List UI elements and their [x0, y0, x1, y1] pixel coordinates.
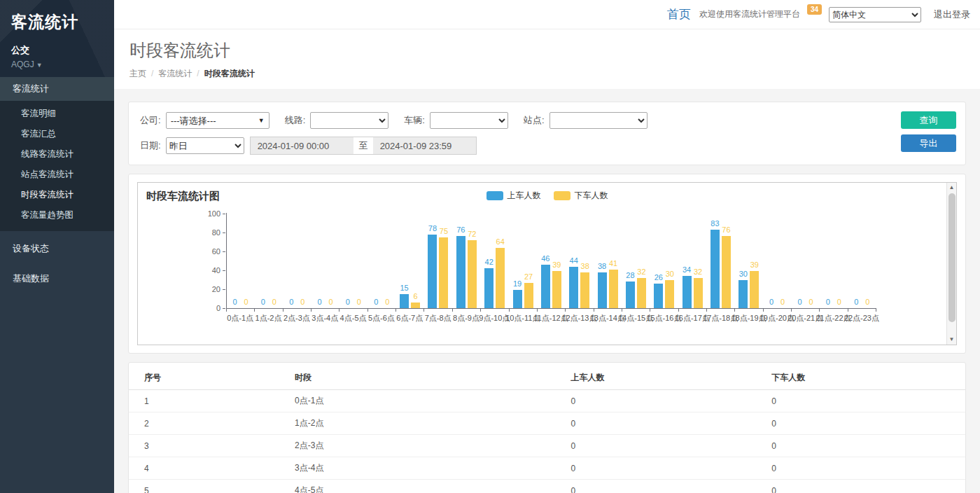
sidebar: 客流统计 公交 AQGJ▼ 客流统计 客流明细客流汇总线路客流统计站点客流统计时… — [0, 0, 114, 493]
y-axis-tick-label: 0 — [200, 304, 220, 312]
sidebar-item-section[interactable]: 基础数据 — [0, 265, 114, 291]
breadcrumb-home[interactable]: 主页 — [130, 69, 146, 78]
sidebar-item-section[interactable]: 设备状态 — [0, 235, 114, 261]
x-axis-tick — [311, 309, 312, 312]
x-axis-tick — [594, 309, 594, 312]
bar-alighting — [609, 270, 618, 308]
date-start-input[interactable] — [250, 137, 354, 155]
query-button[interactable]: 查询 — [901, 111, 956, 129]
table-cell: 4点-5点 — [288, 480, 564, 493]
table-cell: 0 — [564, 480, 764, 493]
y-axis-tick — [223, 214, 225, 214]
y-axis-tick-label: 20 — [200, 285, 220, 293]
x-axis-category-label: 5点-6点 — [368, 313, 395, 324]
caret-down-icon: ▼ — [36, 62, 43, 69]
sidebar-item-passenger-stats[interactable]: 客流统计 — [0, 77, 114, 101]
sidebar-item-sub[interactable]: 客流明细 — [0, 104, 114, 124]
bar-value-alighting: 72 — [461, 230, 482, 238]
chart-scrollbar[interactable]: ▲ ▼ — [946, 183, 956, 345]
x-axis-tick — [565, 309, 566, 312]
bar-value-alighting: 39 — [744, 261, 765, 269]
bar-value-boarding: 30 — [733, 270, 754, 278]
line-select[interactable] — [310, 112, 388, 129]
x-axis-category-label: 2点-3点 — [284, 313, 310, 324]
bar-alighting — [439, 237, 448, 308]
x-axis-category-label: 3点-4点 — [312, 313, 338, 324]
logout-link[interactable]: 退出登录 — [934, 8, 970, 21]
vehicle-label: 车辆: — [404, 114, 425, 127]
bar-boarding — [428, 235, 437, 308]
table-cell: 0 — [764, 435, 965, 457]
date-label: 日期: — [140, 139, 161, 152]
y-axis-tick — [223, 308, 225, 309]
breadcrumb-parent[interactable]: 客流统计 — [158, 69, 192, 78]
table-cell: 0点-1点 — [288, 390, 564, 412]
company-label: 公司: — [140, 114, 161, 127]
table-header-cell: 序号 — [129, 366, 288, 390]
table-row: 43点-4点00 — [129, 457, 965, 480]
y-axis-tick — [223, 232, 225, 233]
topbar: 首页 欢迎使用客流统计管理平台 34 简体中文 退出登录 — [114, 0, 980, 29]
sidebar-item-sub[interactable]: 线路客流统计 — [0, 144, 114, 165]
export-button[interactable]: 导出 — [901, 134, 956, 152]
y-axis-tick-label: 40 — [200, 266, 220, 275]
scroll-down-icon[interactable]: ▼ — [949, 335, 955, 345]
table-panel: 序号时段上车人数下车人数 10点-1点0021点-2点0032点-3点0043点… — [128, 362, 966, 493]
x-axis-tick — [734, 309, 735, 312]
x-axis-category-label: 6点-7点 — [396, 313, 423, 324]
org-name: 公交 — [11, 44, 103, 57]
bar-boarding — [626, 282, 635, 308]
date-end-input[interactable] — [373, 137, 477, 155]
x-axis-tick — [678, 309, 679, 312]
chart-panel: 时段车流统计图 上车人数下车人数 020406080100000点-1点001点… — [128, 174, 966, 354]
x-axis-tick — [622, 309, 622, 312]
scroll-up-icon[interactable]: ▲ — [949, 183, 955, 193]
sidebar-item-sub[interactable]: 客流量趋势图 — [0, 205, 114, 225]
sidebar-item-sub[interactable]: 客流汇总 — [0, 124, 114, 144]
x-axis-category-label: 8点-9点 — [453, 313, 479, 324]
y-axis-tick-label: 60 — [200, 247, 220, 256]
language-select[interactable]: 简体中文 — [829, 7, 921, 22]
bar-value-boarding: 19 — [507, 279, 528, 288]
legend-swatch-icon — [554, 191, 570, 200]
breadcrumb: 主页/客流统计/时段客流统计 — [130, 68, 965, 80]
y-axis-tick-label: 100 — [200, 209, 220, 218]
legend-item[interactable]: 下车人数 — [554, 190, 608, 202]
x-axis-tick — [650, 309, 650, 312]
filter-panel: 公司: ---请选择--- ▼ 线路: 车辆: 站点: — [128, 102, 966, 165]
date-preset-select[interactable]: 昨日 — [166, 137, 244, 154]
bar-boarding — [682, 276, 692, 308]
x-axis-tick — [763, 309, 764, 312]
chart-frame: 时段车流统计图 上车人数下车人数 020406080100000点-1点001点… — [137, 182, 957, 345]
company-select[interactable]: ---请选择--- — [166, 112, 270, 129]
legend-swatch-icon — [486, 191, 503, 200]
date-to-label: 至 — [354, 137, 373, 155]
x-axis-category-label: 1点-2点 — [255, 313, 282, 324]
bar-boarding — [456, 236, 465, 308]
vehicle-select[interactable] — [430, 112, 508, 129]
legend-item[interactable]: 上车人数 — [486, 190, 541, 202]
x-axis-tick — [706, 309, 707, 312]
sidebar-header: 客流统计 公交 AQGJ▼ — [0, 0, 114, 77]
station-select[interactable] — [550, 112, 648, 129]
bar-value-alighting: 0 — [857, 298, 878, 306]
org-code-dropdown[interactable]: AQGJ▼ — [11, 60, 103, 69]
bar-value-boarding: 42 — [479, 258, 500, 266]
bar-alighting — [496, 248, 505, 308]
bar-boarding — [513, 290, 522, 308]
station-label: 站点: — [524, 114, 545, 127]
table-cell: 2点-3点 — [288, 435, 564, 457]
scrollbar-thumb[interactable] — [948, 193, 955, 322]
page-title: 时段客流统计 — [130, 39, 965, 62]
bar-alighting — [411, 303, 420, 308]
table-cell: 0 — [764, 480, 965, 493]
table-row: 32点-3点00 — [129, 435, 965, 457]
bar-value-boarding: 15 — [394, 284, 415, 292]
sidebar-item-current[interactable]: 时段客流统计 — [0, 185, 114, 205]
notification-badge[interactable]: 34 — [807, 4, 822, 15]
home-link[interactable]: 首页 — [667, 6, 691, 22]
x-axis-tick — [537, 309, 538, 312]
y-axis-tick-label: 80 — [200, 228, 220, 237]
table-cell: 0 — [764, 412, 965, 435]
sidebar-item-sub[interactable]: 站点客流统计 — [0, 165, 114, 185]
